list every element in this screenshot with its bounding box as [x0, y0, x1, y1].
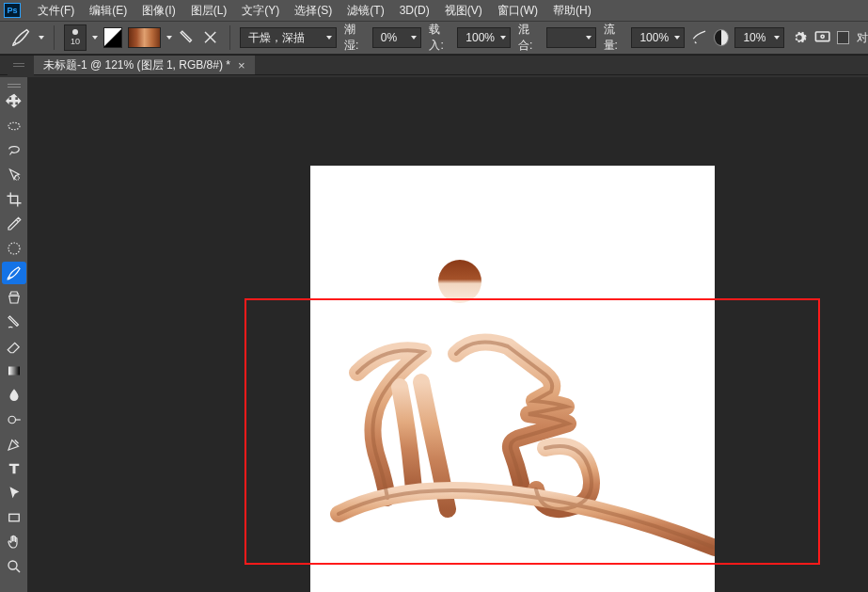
toolbox-grip-icon[interactable]	[1, 79, 27, 88]
svg-point-3	[14, 176, 19, 181]
menu-select[interactable]: 选择(S)	[287, 1, 339, 21]
svg-rect-0	[816, 32, 829, 41]
airbrush-icon[interactable]	[690, 27, 708, 48]
divider	[229, 25, 230, 50]
document-tab[interactable]: 未标题-1 @ 121% (图层 1, RGB/8#) * ×	[34, 56, 255, 74]
svg-point-1	[821, 36, 824, 39]
rectangle-tool[interactable]	[2, 506, 26, 529]
mixer-brush-tool[interactable]	[2, 262, 26, 284]
svg-rect-7	[8, 514, 19, 521]
svg-rect-5	[8, 367, 20, 376]
buildup-dropdown[interactable]: 10%	[734, 27, 784, 48]
swap-gradient-icon[interactable]	[103, 27, 122, 48]
menu-3d[interactable]: 3D(D)	[392, 2, 437, 19]
current-tool-icon[interactable]	[11, 26, 33, 49]
half-circle-icon[interactable]	[714, 29, 729, 46]
buildup-value: 10%	[743, 31, 765, 44]
chevron-down-icon	[586, 36, 592, 40]
eyedropper-tool[interactable]	[2, 213, 26, 235]
menu-window[interactable]: 窗口(W)	[490, 1, 545, 21]
dry-brush-icon[interactable]	[201, 27, 219, 48]
menubar: Ps 文件(F) 编辑(E) 图像(I) 图层(L) 文字(Y) 选择(S) 滤…	[0, 0, 868, 21]
type-tool[interactable]	[2, 457, 26, 480]
load-label: 载入:	[429, 22, 451, 54]
menu-layer[interactable]: 图层(L)	[183, 1, 235, 21]
close-icon[interactable]: ×	[238, 58, 245, 72]
divider	[54, 25, 55, 50]
tablet-pressure-icon[interactable]	[813, 27, 831, 48]
chevron-down-icon	[674, 36, 680, 40]
document-tab-title: 未标题-1 @ 121% (图层 1, RGB/8#) *	[43, 57, 230, 73]
mix-dropdown[interactable]	[546, 27, 596, 48]
brush-size-label: 10	[71, 37, 80, 46]
path-select-tool[interactable]	[2, 482, 26, 504]
gradient-chevron-icon[interactable]	[166, 36, 172, 40]
brush-mode-value: 干燥，深描	[248, 30, 305, 46]
menu-type[interactable]: 文字(Y)	[234, 1, 287, 21]
gear-icon[interactable]	[790, 27, 808, 48]
menu-filter[interactable]: 滤镜(T)	[339, 1, 391, 21]
canvas-area[interactable]	[28, 77, 868, 592]
hand-tool[interactable]	[2, 531, 26, 553]
align-label: 对	[857, 30, 868, 46]
lasso-tool[interactable]	[2, 139, 26, 162]
load-dropdown[interactable]: 100%	[457, 27, 511, 48]
wetness-label: 潮湿:	[344, 22, 367, 54]
mix-label: 混合:	[518, 22, 541, 54]
move-tool[interactable]	[2, 90, 26, 113]
svg-point-6	[8, 416, 16, 424]
brush-cursor-icon	[438, 260, 481, 303]
menu-help[interactable]: 帮助(H)	[545, 1, 599, 21]
brush-preset-picker[interactable]: 10	[64, 24, 87, 51]
menu-file[interactable]: 文件(F)	[30, 1, 82, 21]
chevron-down-icon	[774, 36, 780, 40]
wetness-dropdown[interactable]: 0%	[372, 27, 422, 48]
blur-tool[interactable]	[2, 384, 26, 407]
load-value: 100%	[466, 31, 495, 44]
brush-preset-chevron-icon[interactable]	[92, 36, 98, 40]
crop-tool[interactable]	[2, 188, 26, 211]
brush-mode-dropdown[interactable]: 干燥，深描	[240, 27, 337, 48]
chevron-down-icon	[326, 36, 332, 40]
chevron-down-icon	[411, 36, 417, 40]
eraser-tool[interactable]	[2, 335, 26, 358]
clone-stamp-tool[interactable]	[2, 286, 26, 309]
flow-dropdown[interactable]: 100%	[631, 27, 685, 48]
spot-heal-tool[interactable]	[2, 237, 26, 260]
wet-brush-icon[interactable]	[178, 27, 196, 48]
menu-image[interactable]: 图像(I)	[134, 1, 182, 21]
zoom-tool[interactable]	[2, 555, 26, 578]
tool-options-bar: 10 干燥，深描 潮湿: 0% 载入: 100% 混合: 流量: 100% 10…	[0, 21, 868, 55]
svg-point-4	[8, 243, 20, 254]
menu-view[interactable]: 视图(V)	[437, 1, 490, 21]
flow-value: 100%	[639, 31, 669, 44]
tool-preset-chevron-icon[interactable]	[39, 36, 44, 40]
quick-select-tool[interactable]	[2, 164, 26, 186]
menu-edit[interactable]: 编辑(E)	[82, 1, 134, 21]
pen-tool[interactable]	[2, 433, 26, 456]
wetness-value: 0%	[381, 31, 397, 44]
svg-point-2	[8, 122, 20, 130]
app-logo: Ps	[4, 3, 21, 18]
toolbox	[0, 77, 28, 592]
gradient-tool[interactable]	[2, 360, 26, 382]
brush-dot-icon	[72, 29, 78, 35]
gradient-swatch[interactable]	[128, 27, 161, 48]
chevron-down-icon	[500, 36, 506, 40]
flow-label: 流量:	[604, 22, 626, 54]
dodge-tool[interactable]	[2, 408, 26, 431]
align-checkbox[interactable]	[837, 31, 849, 44]
panel-grip-icon[interactable]	[8, 56, 34, 76]
svg-point-8	[8, 561, 17, 569]
history-brush-tool[interactable]	[2, 311, 26, 333]
annotation-rectangle	[245, 298, 820, 565]
document-tabstrip: 未标题-1 @ 121% (图层 1, RGB/8#) * ×	[0, 55, 868, 75]
marquee-tool[interactable]	[2, 115, 26, 137]
